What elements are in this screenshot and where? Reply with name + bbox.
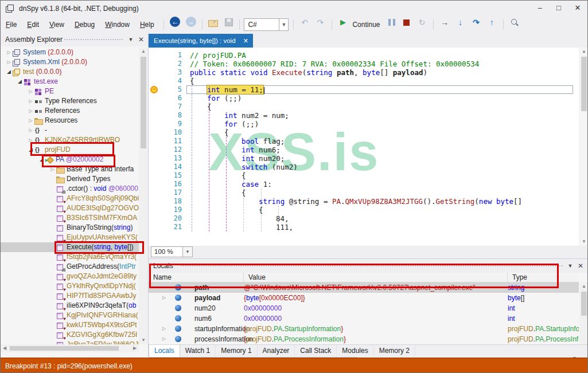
locals-row-processInformation[interactable]: ▷processInformation{projFUD.PA.ProcessIn… — [149, 334, 579, 344]
tree-item[interactable]: ♥KgjPIvIQNFVGRHiana( — [1, 311, 139, 320]
tool-tab-locals[interactable]: Locals — [149, 345, 180, 358]
tree-item[interactable]: .cctor() : void @060000 — [1, 184, 139, 194]
tree-item[interactable]: ♥iIie6XPIN9cr3qefaT(ob — [1, 301, 139, 311]
tree-item[interactable]: ♥kwkUT5Wbp4X9tsGtPt — [1, 320, 139, 330]
editor-vertical-scrollbar[interactable]: ▲ ▼ — [579, 48, 588, 246]
menu-window[interactable]: Window — [100, 17, 135, 33]
locals-row-startupInformation[interactable]: ▷startupInformation{projFUD.PA.StartupIn… — [149, 324, 579, 334]
zoom-chevron-down-icon[interactable]: ▼ — [183, 246, 193, 257]
zoom-level-selector[interactable]: 100 % — [151, 246, 183, 257]
step-out-button[interactable]: ↑ — [486, 17, 497, 28]
tree-vertical-scrollbar[interactable]: ▲ ▼ — [139, 48, 148, 344]
locals-row-num20[interactable]: num200x00000000int — [149, 303, 579, 313]
locals-vertical-scrollbar[interactable]: ▲ ▼ — [579, 282, 588, 353]
restart-button[interactable]: ↻ — [417, 17, 427, 28]
tree-item[interactable]: ▷Resources — [1, 116, 139, 125]
open-file-button[interactable] — [208, 18, 219, 26]
tree-item[interactable]: ♥HIP7fTid8SPGAAwbJy — [1, 291, 139, 301]
expander-icon[interactable]: ▷ — [27, 125, 34, 135]
expander-icon[interactable]: ◢ — [5, 67, 13, 77]
tool-tab-memory-2[interactable]: Memory 2 — [374, 345, 415, 357]
tool-tab-modules[interactable]: Modules — [337, 345, 373, 357]
expander-icon[interactable]: ▷ — [5, 48, 13, 57]
expander-icon[interactable]: ▷ — [27, 87, 34, 96]
step-into-button[interactable]: ↓ — [455, 17, 466, 28]
code-text: int num6; — [242, 146, 281, 154]
tree-item[interactable]: ♥JeRye7aEPAwJW66OJl( — [1, 340, 139, 344]
continue-play-icon[interactable]: ▶ — [338, 17, 348, 28]
tree-item[interactable]: ◢test (0.0.0.0) — [1, 67, 139, 77]
menu-help[interactable]: Help — [135, 17, 159, 33]
menu-edit[interactable]: Edit — [22, 17, 44, 33]
stop-debugging-button[interactable] — [403, 19, 410, 26]
tool-tab-analyzer[interactable]: Analyzer — [258, 345, 295, 357]
tree-item[interactable]: BinaryToString(string) — [1, 223, 139, 233]
code-text: { — [207, 103, 212, 111]
locals-row-num6[interactable]: num60x00000000int — [149, 313, 579, 324]
tree-item[interactable]: ▷Type References — [1, 96, 139, 106]
tree-item[interactable]: ♥gvoQZAoJdmt2eG89ty — [1, 272, 139, 281]
expander-icon[interactable]: ▷ — [162, 293, 166, 303]
breakpoint-current-statement-icon[interactable] — [150, 86, 158, 93]
maximize-button[interactable]: □ — [549, 1, 568, 15]
undo-button[interactable]: ↶ — [299, 17, 310, 28]
expander-icon[interactable]: ▷ — [27, 96, 34, 106]
save-all-button[interactable] — [225, 18, 233, 26]
step-over-button[interactable]: ↷ — [471, 17, 481, 28]
tree-item[interactable]: ♥GYklhRyQnxfiDpYNdj( — [1, 281, 139, 291]
tree-item[interactable]: ▷- — [1, 125, 139, 135]
tool-tab-memory-1[interactable]: Memory 1 — [216, 345, 257, 357]
locals-row-payload[interactable]: ▷payload{byte[0x0000EC00]}byte[] — [149, 293, 579, 303]
redo-button[interactable]: ↷ — [315, 17, 325, 28]
tree-item[interactable]: ♥AUDE3ISqIDg27OGVO — [1, 203, 139, 213]
code-text: { — [242, 171, 246, 180]
panel-menu-icon[interactable]: ▼ — [566, 259, 575, 273]
expander-icon[interactable]: ▷ — [5, 57, 13, 67]
expander-spacer — [49, 291, 56, 301]
expander-icon[interactable]: ▷ — [27, 116, 34, 125]
annotation-box-projfud — [30, 142, 114, 156]
tool-tab-call-stack[interactable]: Call Stack — [295, 345, 337, 357]
code-editor[interactable]: XSS.is 1// projFUD.PA2// Token: 0x060000… — [149, 48, 579, 246]
menu-file[interactable]: File — [1, 17, 22, 33]
tree-horizontal-scrollbar[interactable]: ◀ ▶ — [1, 344, 139, 352]
pause-button[interactable] — [388, 19, 395, 26]
line-number: 1 — [158, 51, 182, 60]
panel-close-icon[interactable]: ✕ — [137, 33, 146, 46]
tree-item[interactable]: Derived Types — [1, 174, 139, 184]
navigate-back-button[interactable]: ← — [170, 17, 180, 27]
panel-close-icon[interactable]: ✕ — [576, 259, 585, 273]
tree-item[interactable]: ▷System.Xml (2.0.0.0) — [1, 57, 139, 67]
tree-item[interactable]: ◢test.exe — [1, 77, 139, 87]
line-number: 20 — [158, 214, 182, 223]
tree-item[interactable]: ♥B3SIc6TSIhM7FXmOA — [1, 213, 139, 223]
tree-item[interactable]: ♥AFrcY8qhS0SgRj09Qbi — [1, 194, 139, 203]
navigate-forward-button[interactable]: → — [186, 17, 196, 27]
tree-item[interactable]: GetProcAddress(IntPtr — [1, 262, 139, 272]
expander-spacer — [49, 262, 56, 272]
chevron-down-icon[interactable]: ▼ — [279, 19, 288, 30]
panel-menu-icon[interactable]: ▼ — [126, 33, 135, 46]
language-selector[interactable]: C# ▼ — [244, 18, 289, 31]
expander-icon[interactable]: ▷ — [27, 106, 34, 116]
tab-close-icon[interactable]: ✕ — [243, 37, 248, 44]
code-line-19: 19{ — [149, 206, 579, 214]
tree-item[interactable]: ▷System (2.0.0.0) — [1, 48, 139, 57]
variable-value: {projFUD.PA.StartupInformation} — [244, 324, 502, 334]
tool-tab-watch-1[interactable]: Watch 1 — [180, 345, 216, 357]
search-icon[interactable] — [510, 18, 519, 28]
expander-icon[interactable]: ▷ — [162, 334, 166, 344]
menu-view[interactable]: View — [44, 17, 69, 33]
document-tab[interactable]: Execute(string, byte[]) : void ✕ — [149, 34, 253, 48]
tree-item[interactable]: ▷PE — [1, 87, 139, 96]
expander-icon[interactable]: ◢ — [16, 77, 24, 87]
tree-item[interactable]: ♥KZGVIGgXg6Kfbw725I — [1, 330, 139, 340]
assembly-tree[interactable]: ▷System (2.0.0.0)▷System.Xml (2.0.0.0)◢t… — [1, 48, 139, 344]
continue-button[interactable]: Continue — [352, 17, 380, 33]
tree-item[interactable]: ▷References — [1, 106, 139, 116]
show-next-statement-button[interactable]: → — [439, 17, 450, 28]
menu-debug[interactable]: Debug — [69, 17, 100, 33]
expander-icon[interactable]: ▷ — [162, 324, 166, 334]
close-button[interactable]: ✕ — [568, 1, 587, 15]
minimize-button[interactable]: – — [530, 1, 550, 15]
